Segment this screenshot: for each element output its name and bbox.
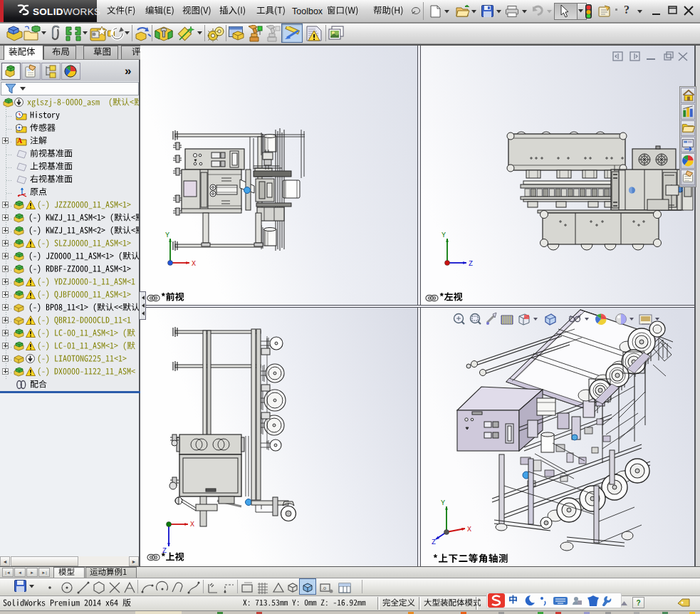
- svg-text:Z: Z: [469, 260, 473, 268]
- svg-text:Z: Z: [162, 547, 167, 555]
- svg-text:X: X: [192, 260, 196, 268]
- svg-text:X: X: [190, 521, 194, 529]
- svg-text:Z: Z: [432, 538, 436, 546]
- svg-text:X: X: [467, 526, 471, 534]
- svg-text:.o: .o: [322, 586, 326, 590]
- svg-text:Y: Y: [442, 231, 446, 239]
- svg-text:A: A: [17, 137, 23, 145]
- svg-text:Y: Y: [165, 231, 169, 239]
- svg-text:SOLIDWORKS: SOLIDWORKS: [33, 6, 100, 17]
- svg-text:Y: Y: [441, 499, 445, 507]
